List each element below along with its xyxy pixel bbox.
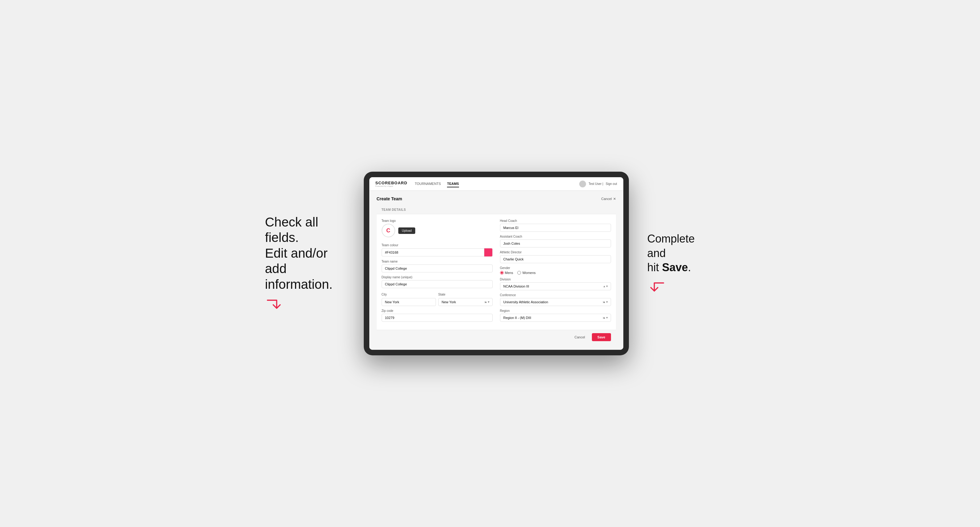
navbar: SCOREBOARD Powered by clippd TOURNAMENTS… <box>369 177 623 191</box>
user-avatar <box>579 181 586 187</box>
athletic-director-group: Athletic Director <box>500 251 611 263</box>
left-annotation: Check all fields. Edit and/or add inform… <box>265 214 345 313</box>
conference-select-wrap: University Athletic Association ✕ ▲▼ <box>500 298 611 306</box>
division-group: Division NCAA Division III ▲▼ <box>500 278 611 290</box>
assistant-coach-group: Assistant Coach <box>500 235 611 248</box>
athletic-director-label: Athletic Director <box>500 251 611 254</box>
form-col-left: Team logo C Upload Team colour <box>382 219 493 325</box>
gender-mens-label[interactable]: Mens <box>500 271 513 275</box>
zip-label: Zip code <box>382 309 493 313</box>
colour-input-wrap <box>382 248 493 257</box>
gender-row: Mens Womens <box>500 271 611 275</box>
logo-circle: C <box>382 224 395 237</box>
form-body: Team logo C Upload Team colour <box>377 214 616 330</box>
colour-swatch[interactable] <box>484 248 493 257</box>
division-select-wrap: NCAA Division III ▲▼ <box>500 282 611 290</box>
gender-womens-radio[interactable] <box>517 271 521 275</box>
team-logo-group: Team logo C Upload <box>382 219 493 240</box>
division-select[interactable]: NCAA Division III <box>500 282 611 290</box>
upload-button[interactable]: Upload <box>398 227 415 234</box>
cancel-header-btn[interactable]: Cancel ✕ <box>601 197 616 201</box>
region-group: Region Region II - (M) DIII ✕ ▲▼ <box>500 309 611 322</box>
form-card: TEAM DETAILS Team logo C Upload <box>377 206 616 344</box>
gender-womens-text: Womens <box>522 271 536 275</box>
display-name-label: Display name (unique) <box>382 276 493 279</box>
team-logo-label: Team logo <box>382 219 493 222</box>
region-select-wrap: Region II - (M) DIII ✕ ▲▼ <box>500 314 611 322</box>
main-content: Create Team Cancel ✕ TEAM DETAILS <box>369 191 623 350</box>
arrow-down-right-icon <box>265 297 283 313</box>
city-input[interactable] <box>382 298 436 306</box>
conference-select[interactable]: University Athletic Association <box>500 298 611 306</box>
head-coach-group: Head Coach <box>500 219 611 232</box>
region-clear-icon[interactable]: ✕ <box>602 316 605 320</box>
division-label: Division <box>500 278 611 281</box>
state-subgroup: State New York ✕ ▲▼ <box>438 291 493 306</box>
city-state-group: City State New York <box>382 291 493 306</box>
nav-teams[interactable]: TEAMS <box>447 181 459 187</box>
nav-links: TOURNAMENTS TEAMS <box>415 181 579 187</box>
annotation-line3: information. <box>265 277 332 292</box>
colour-input[interactable] <box>382 248 484 256</box>
region-select[interactable]: Region II - (M) DIII <box>500 314 611 322</box>
team-colour-label: Team colour <box>382 243 493 247</box>
annotation-right-line2: hit <box>648 261 662 274</box>
city-subgroup: City <box>382 291 436 306</box>
gender-group: Gender Mens Womens <box>500 266 611 275</box>
region-label: Region <box>500 309 611 313</box>
state-label: State <box>438 293 445 296</box>
annotation-right-bold: Save <box>662 261 688 274</box>
close-icon: ✕ <box>613 197 616 201</box>
display-name-group: Display name (unique) <box>382 276 493 288</box>
team-name-group: Team name <box>382 260 493 273</box>
logo-area: SCOREBOARD Powered by clippd <box>375 181 407 187</box>
head-coach-label: Head Coach <box>500 219 611 222</box>
section-header: TEAM DETAILS <box>377 206 616 214</box>
right-annotation: Complete and hit Save. <box>648 232 715 295</box>
assistant-coach-input[interactable] <box>500 240 611 248</box>
annotation-line1: Check all fields. <box>265 215 318 245</box>
signout-link[interactable]: Sign out <box>606 182 617 186</box>
logo-text: SCOREBOARD <box>375 181 407 185</box>
team-name-label: Team name <box>382 260 493 263</box>
annotation-right-line1: Complete and <box>648 232 695 259</box>
page-header: Create Team Cancel ✕ <box>377 196 616 201</box>
cancel-button[interactable]: Cancel <box>571 333 589 341</box>
logo-upload-area: C Upload <box>382 224 493 237</box>
team-colour-group: Team colour <box>382 243 493 257</box>
tablet-device: SCOREBOARD Powered by clippd TOURNAMENTS… <box>364 171 629 356</box>
gender-womens-label[interactable]: Womens <box>517 271 536 275</box>
nav-tournaments[interactable]: TOURNAMENTS <box>415 181 441 187</box>
state-select-wrap: New York ✕ ▲▼ <box>438 298 493 306</box>
conference-clear-icon[interactable]: ✕ <box>602 300 605 304</box>
athletic-director-input[interactable] <box>500 255 611 263</box>
city-state-row: City State New York <box>382 291 493 306</box>
head-coach-input[interactable] <box>500 224 611 232</box>
city-label: City <box>382 293 387 296</box>
conference-group: Conference University Athletic Associati… <box>500 294 611 306</box>
team-name-input[interactable] <box>382 264 493 273</box>
zip-group: Zip code <box>382 309 493 322</box>
conference-label: Conference <box>500 294 611 297</box>
arrow-down-left-icon <box>648 280 666 295</box>
form-col-right: Head Coach Assistant Coach Athletic Dire… <box>500 219 611 325</box>
annotation-line2: Edit and/or add <box>265 246 328 276</box>
form-footer: Cancel Save <box>377 330 616 344</box>
state-clear-icon[interactable]: ✕ <box>484 300 487 304</box>
gender-mens-radio[interactable] <box>500 271 504 275</box>
gender-label: Gender <box>500 266 611 270</box>
gender-mens-text: Mens <box>505 271 513 275</box>
logo-sub: Powered by clippd <box>375 185 407 187</box>
user-label: Test User | <box>589 182 603 186</box>
tablet-screen: SCOREBOARD Powered by clippd TOURNAMENTS… <box>369 177 623 350</box>
assistant-coach-label: Assistant Coach <box>500 235 611 238</box>
nav-right: Test User | Sign out <box>579 181 617 187</box>
page-title: Create Team <box>377 196 402 201</box>
zip-input[interactable] <box>382 314 493 322</box>
save-button[interactable]: Save <box>592 333 611 341</box>
display-name-input[interactable] <box>382 280 493 288</box>
